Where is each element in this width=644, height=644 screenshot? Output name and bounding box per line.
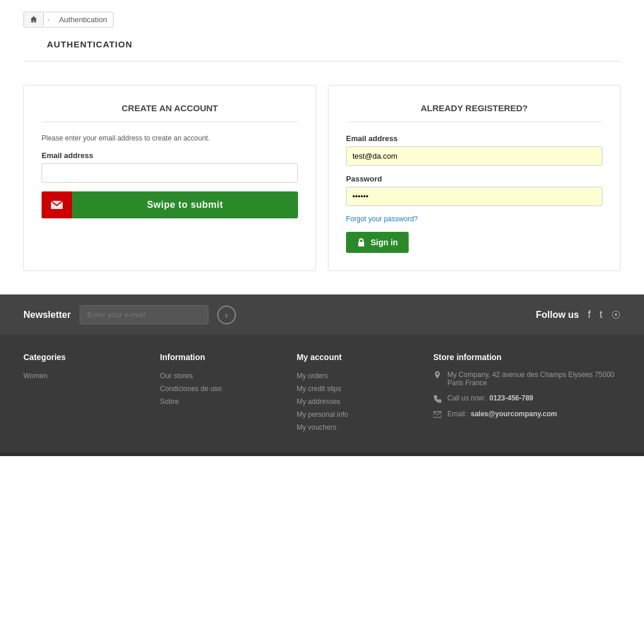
- list-item: Condiciones de uso: [160, 383, 285, 393]
- my-account-title: My account: [297, 352, 422, 362]
- login-panel: ALREADY REGISTERED? Email address Passwo…: [328, 85, 621, 271]
- page-title: AUTHENTICATION: [23, 39, 621, 61]
- breadcrumb-home[interactable]: [24, 13, 44, 26]
- lock-icon: [357, 238, 366, 247]
- store-address-text: My Company, 42 avenue des Champs Elysées…: [447, 371, 621, 387]
- sign-in-label: Sign in: [371, 238, 398, 247]
- swipe-button-label: Swipe to submit: [72, 200, 298, 210]
- email-footer-icon: [433, 410, 441, 419]
- footer-categories: Categories Women: [23, 352, 148, 435]
- list-item: My orders: [297, 371, 422, 380]
- footer: Newsletter › Follow us f t ☉ Categories …: [0, 294, 644, 456]
- list-item: Women: [23, 371, 148, 380]
- login-password-label: Password: [346, 174, 602, 183]
- rss-icon[interactable]: ☉: [611, 309, 621, 321]
- login-email-input[interactable]: [346, 146, 602, 166]
- categories-title: Categories: [23, 352, 148, 362]
- create-account-panel: CREATE AN ACCOUNT Please enter your emai…: [23, 85, 316, 271]
- my-orders-link[interactable]: My orders: [297, 372, 328, 380]
- envelope-icon: [51, 201, 63, 209]
- login-password-input[interactable]: [346, 187, 602, 206]
- main-content: CREATE AN ACCOUNT Please enter your emai…: [0, 73, 644, 283]
- create-email-label: Email address: [42, 151, 298, 160]
- login-email-group: Email address: [346, 134, 602, 166]
- category-women-link[interactable]: Women: [23, 372, 47, 380]
- footer-information: Information Our stores Condiciones de us…: [160, 352, 285, 435]
- location-icon: [433, 371, 441, 379]
- swipe-icon-box: [42, 191, 72, 218]
- create-account-hint: Please enter your email address to creat…: [42, 134, 298, 142]
- twitter-icon[interactable]: t: [600, 309, 602, 321]
- create-account-title: CREATE AN ACCOUNT: [42, 103, 298, 122]
- footer-newsletter: Newsletter › Follow us f t ☉: [0, 294, 644, 335]
- phone-number: 0123-456-789: [489, 394, 533, 402]
- login-password-group: Password: [346, 174, 602, 206]
- home-icon: [30, 16, 37, 23]
- information-list: Our stores Condiciones de uso Sobre: [160, 371, 285, 406]
- my-addresses-link[interactable]: My addresses: [297, 398, 341, 406]
- breadcrumb: › Authentication: [23, 12, 114, 28]
- footer-my-account: My account My orders My credit slips My …: [297, 352, 422, 435]
- footer-links: Categories Women Information Our stores …: [0, 335, 644, 453]
- sign-in-button[interactable]: Sign in: [346, 232, 409, 253]
- follow-us-label: Follow us: [536, 310, 579, 320]
- information-title: Information: [160, 352, 285, 362]
- list-item: My personal info: [297, 409, 422, 419]
- login-title: ALREADY REGISTERED?: [346, 103, 602, 122]
- footer-bottom: [0, 453, 644, 456]
- my-account-list: My orders My credit slips My addresses M…: [297, 371, 422, 431]
- phone-icon: [433, 395, 441, 403]
- breadcrumb-area: › Authentication: [0, 0, 644, 39]
- phone-label: Call us now:: [447, 394, 485, 402]
- facebook-icon[interactable]: f: [588, 309, 591, 321]
- create-email-input[interactable]: [42, 163, 298, 183]
- store-phone-item: Call us now: 0123-456-789: [433, 394, 621, 403]
- email-address: sales@yourcompany.com: [471, 410, 557, 418]
- list-item: My vouchers: [297, 422, 422, 431]
- newsletter-left: Newsletter ›: [23, 305, 236, 324]
- login-email-label: Email address: [346, 134, 602, 143]
- list-item: Our stores: [160, 371, 285, 380]
- email-label: Email:: [447, 410, 467, 418]
- categories-list: Women: [23, 371, 148, 380]
- our-stores-link[interactable]: Our stores: [160, 372, 193, 380]
- my-personal-info-link[interactable]: My personal info: [297, 410, 348, 419]
- newsletter-submit-button[interactable]: ›: [217, 306, 236, 324]
- newsletter-input[interactable]: [80, 305, 208, 324]
- swipe-submit-button[interactable]: Swipe to submit: [42, 191, 298, 218]
- store-email-text: Email: sales@yourcompany.com: [447, 410, 557, 418]
- svg-rect-1: [358, 242, 364, 246]
- follow-us: Follow us f t ☉: [536, 309, 621, 321]
- arrow-right-icon: ›: [225, 310, 228, 320]
- store-info-title: Store information: [433, 352, 621, 362]
- store-address-item: My Company, 42 avenue des Champs Elysées…: [433, 371, 621, 387]
- footer-store-info: Store information My Company, 42 avenue …: [433, 352, 621, 435]
- list-item: Sobre: [160, 396, 285, 406]
- my-credit-slips-link[interactable]: My credit slips: [297, 385, 341, 393]
- store-phone-text: Call us now: 0123-456-789: [447, 394, 533, 402]
- newsletter-label: Newsletter: [23, 310, 71, 320]
- create-email-group: Email address: [42, 151, 298, 183]
- my-vouchers-link[interactable]: My vouchers: [297, 423, 337, 431]
- forgot-password-link[interactable]: Forgot your password?: [346, 215, 602, 223]
- condiciones-link[interactable]: Condiciones de uso: [160, 385, 221, 393]
- store-email-item: Email: sales@yourcompany.com: [433, 410, 621, 419]
- sobre-link[interactable]: Sobre: [160, 398, 179, 406]
- breadcrumb-separator: ›: [44, 13, 53, 26]
- list-item: My credit slips: [297, 383, 422, 393]
- breadcrumb-current: Authentication: [53, 12, 113, 27]
- list-item: My addresses: [297, 396, 422, 406]
